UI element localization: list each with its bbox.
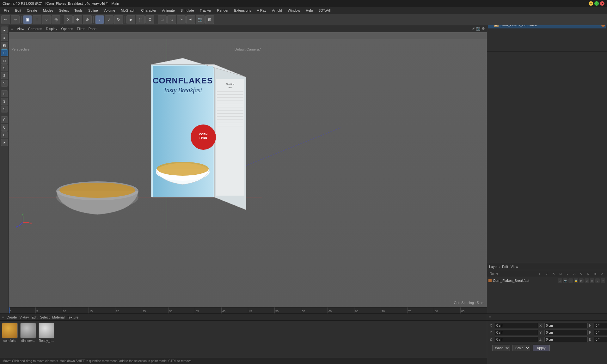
light-tool[interactable]: ☀	[186, 15, 195, 24]
bt-texture[interactable]: Texture	[67, 315, 78, 319]
maximize-button[interactable]: □	[594, 1, 599, 6]
menu-item-extensions[interactable]: Extensions	[232, 8, 254, 13]
rotate-tool[interactable]: ↻	[114, 15, 123, 24]
menu-item-edit[interactable]: Edit	[13, 8, 24, 13]
mode-animation[interactable]: ○	[42, 15, 51, 24]
apply-button[interactable]: Apply	[533, 345, 550, 351]
layers-menu-edit[interactable]: Edit	[502, 265, 508, 269]
select-all[interactable]: ✕	[64, 15, 73, 24]
sd-btn-s[interactable]: S	[1, 98, 8, 105]
menu-item-help[interactable]: Help	[303, 8, 316, 13]
sd-btn-l[interactable]: L	[1, 90, 8, 97]
redo-button[interactable]: ↪	[11, 15, 20, 24]
sd-btn-ss[interactable]: S	[1, 106, 8, 112]
mode-sculpt[interactable]: ◎	[52, 15, 60, 24]
camera-tool[interactable]: 📷	[196, 15, 205, 24]
layer-icon-lock[interactable]: 🔒	[574, 278, 578, 283]
viewport-menu-filter[interactable]: Filter	[77, 27, 84, 31]
layer-icon-cam[interactable]: 📷	[563, 278, 567, 283]
layer-icon-x[interactable]: ✕	[601, 278, 605, 283]
move-tool[interactable]: ↕	[95, 15, 104, 24]
material-item-ready[interactable]: Ready_h...	[39, 323, 54, 343]
layer-icon-anim[interactable]: ▶	[579, 278, 584, 283]
bt-create[interactable]: Create	[6, 315, 17, 319]
menu-item-render[interactable]: Render	[215, 8, 231, 13]
coord-z-rot-input[interactable]	[544, 337, 588, 342]
points-mode[interactable]: ●	[1, 27, 8, 33]
coord-z-input[interactable]	[495, 337, 538, 342]
scale-tool[interactable]: ⤢	[105, 15, 113, 24]
sd-btn-c3[interactable]: C	[1, 131, 8, 138]
snap-mode2[interactable]: S	[1, 72, 8, 79]
viewport-menu-panel[interactable]: Panel	[89, 27, 97, 31]
mode-texture[interactable]: T	[33, 15, 41, 24]
layer-icon-e[interactable]: E	[595, 278, 600, 283]
menu-item-tools[interactable]: Tools	[72, 8, 85, 13]
menu-item-spline[interactable]: Spline	[86, 8, 101, 13]
vp-icon-expand[interactable]: ⤢	[472, 27, 475, 31]
coord-x-input[interactable]	[495, 323, 538, 328]
polygons-mode[interactable]: ◩	[1, 42, 8, 49]
coord-b-input[interactable]	[594, 337, 607, 342]
menu-item-modes[interactable]: Modes	[40, 8, 56, 13]
layer-icon-d[interactable]: D	[590, 278, 594, 283]
bt-vray[interactable]: V-Ray	[19, 315, 29, 319]
nurbs-tool[interactable]: ◇	[167, 15, 176, 24]
menu-item-animate[interactable]: Animate	[159, 8, 177, 13]
menu-item-window[interactable]: Window	[285, 8, 303, 13]
vp-icon-settings[interactable]: ⚙	[482, 27, 485, 31]
viewport-menu-view[interactable]: View	[17, 27, 24, 31]
spline-tool[interactable]: 〜	[177, 15, 186, 24]
undo-button[interactable]: ↩	[1, 15, 10, 24]
menu-item-3dtoall[interactable]: 3DToAll	[316, 8, 333, 13]
tool-mode3[interactable]: S	[1, 80, 8, 87]
3d-scene[interactable]: Perspective Default Camera:*	[9, 39, 487, 307]
layers-menu-view[interactable]: View	[511, 265, 518, 269]
layer-row-cornflakes[interactable]: Corn_Flakes_Breakfast □ 📷 R 🔒 ▶ G D E ✕	[487, 277, 607, 284]
sd-btn-c1[interactable]: C	[1, 116, 8, 123]
menu-item-volume[interactable]: Volume	[101, 8, 118, 13]
snap-mode[interactable]: S	[1, 64, 8, 71]
coord-y-input[interactable]	[495, 330, 538, 335]
close-button[interactable]: ✕	[600, 1, 604, 6]
viewport-container[interactable]: ≡ View Cameras Display Options Filter Pa…	[9, 25, 487, 307]
viewport-menu-display[interactable]: Display	[46, 27, 57, 31]
sd-btn-light[interactable]: ☀	[1, 139, 8, 146]
sd-btn-c2[interactable]: C	[1, 124, 8, 131]
render-region[interactable]: ⬚	[136, 15, 145, 24]
cube-tool[interactable]: □	[158, 15, 167, 24]
layer-icon-r[interactable]: R	[568, 278, 573, 283]
viewport-menu-toggle[interactable]: ≡	[11, 27, 13, 31]
minimize-button[interactable]: ─	[589, 1, 593, 6]
xref-tool[interactable]: ⊞	[205, 15, 214, 24]
uv-mode[interactable]: ◻	[1, 57, 8, 64]
timeline[interactable]: 051015202530354045505560657075808590	[9, 307, 487, 313]
material-item-cornflake[interactable]: cornflake	[2, 323, 18, 343]
menu-item-mograph[interactable]: MoGraph	[118, 8, 138, 13]
coord-x-rot-input[interactable]	[544, 323, 588, 328]
menu-item-simulate[interactable]: Simulate	[178, 8, 197, 13]
edges-mode[interactable]: ◈	[1, 34, 8, 41]
layer-icon-s[interactable]: □	[558, 278, 562, 283]
layer-icon-g[interactable]: G	[585, 278, 589, 283]
select-circle[interactable]: ⊕	[83, 15, 92, 24]
material-item-dinnerwear[interactable]: dinnerw...	[20, 323, 36, 343]
layers-menu-layers[interactable]: Layers	[489, 265, 500, 269]
mode-model[interactable]: ▣	[23, 15, 32, 24]
scale-dropdown[interactable]: Scale	[512, 345, 530, 351]
render-settings[interactable]: ⚙	[145, 15, 154, 24]
bt-material[interactable]: Material	[52, 315, 64, 319]
vp-icon-camera[interactable]: 📷	[476, 27, 481, 31]
bottom-menu-toggle[interactable]: ≡	[2, 315, 4, 319]
bt-edit[interactable]: Edit	[31, 315, 37, 319]
viewport-menu-cameras[interactable]: Cameras	[28, 27, 42, 31]
menu-item-character[interactable]: Character	[138, 8, 159, 13]
menu-item-v-ray[interactable]: V-Ray	[254, 8, 269, 13]
render-view[interactable]: ▶	[126, 15, 135, 24]
viewport-menu-options[interactable]: Options	[61, 27, 73, 31]
menu-item-arnold[interactable]: Arnold	[269, 8, 285, 13]
coord-y-rot-input[interactable]	[544, 330, 588, 335]
coord-p-input[interactable]	[594, 330, 607, 335]
menu-item-select[interactable]: Select	[57, 8, 71, 13]
select-box[interactable]: ✚	[73, 15, 82, 24]
